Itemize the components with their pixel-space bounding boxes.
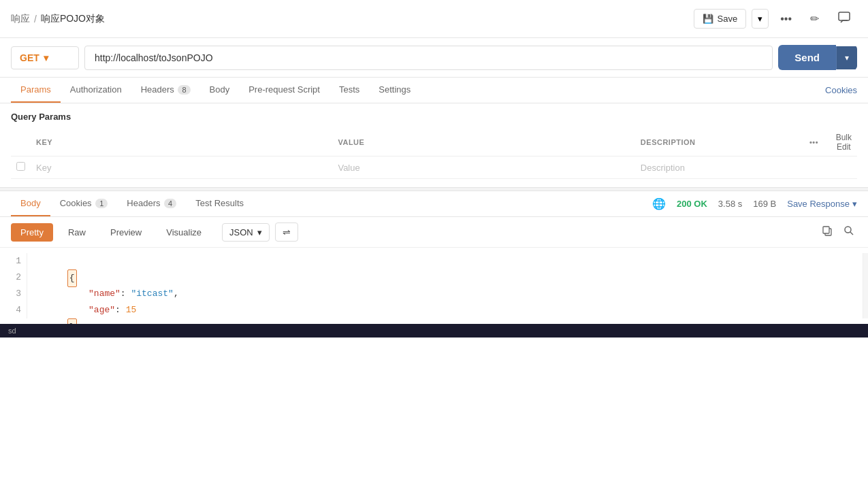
save-label: Save [718,14,738,24]
th-description: DESCRIPTION [635,129,797,157]
svg-rect-0 [839,12,850,20]
status-bar-text: sd [8,327,16,335]
response-tab-headers[interactable]: Headers 4 [117,191,186,216]
tab-tests[interactable]: Tests [329,78,369,103]
send-chevron-icon: ▾ [845,53,849,63]
code-comma-2: , [174,289,179,299]
tab-settings-label: Settings [379,84,411,95]
code-line-1: { [35,253,854,269]
cookies-link[interactable]: Cookies [825,85,857,95]
row-checkbox[interactable] [11,157,31,179]
code-tab-raw[interactable]: Raw [59,223,95,242]
tab-params[interactable]: Params [11,78,61,103]
save-button[interactable]: 💾 Save [694,9,747,29]
tab-params-label: Params [20,84,51,95]
tab-settings[interactable]: Settings [369,78,420,103]
tab-headers-label: Headers [141,84,177,95]
request-tabs: Params Authorization Headers 8 Body Pre-… [0,78,868,103]
code-tab-pretty[interactable]: Pretty [11,223,53,242]
scrollbar-right[interactable] [863,253,868,318]
table-row: Key Value Description [11,157,857,179]
response-tab-cookies-label: Cookies [60,198,95,208]
response-tab-headers-label: Headers [127,198,163,208]
more-icon: ••• [780,13,792,24]
code-colon-3: : [115,305,126,315]
format-label: JSON [229,227,253,237]
comment-icon [838,14,850,26]
code-tab-visualize[interactable]: Visualize [157,223,211,242]
response-size: 169 B [753,199,776,209]
response-tab-test-results[interactable]: Test Results [186,191,253,216]
code-content: { "name": "itcast", "age": 15 } [27,253,863,318]
th-bulk-edit: Bulk Edit [831,129,857,157]
code-key-age: "age" [89,305,115,315]
tab-pre-request-script[interactable]: Pre-request Script [239,78,329,103]
copy-icon [822,227,833,238]
params-section: Query Params KEY VALUE DESCRIPTION ••• B… [0,103,868,187]
code-value-age: 15 [126,305,137,315]
comment-button[interactable] [831,7,857,31]
code-indent-3 [67,305,89,315]
code-indent-2 [67,289,89,299]
row-value[interactable]: Value [332,157,634,179]
response-headers-badge: 4 [164,199,176,208]
breadcrumb: 响应 / 响应POJO对象 [11,13,105,25]
svg-rect-2 [823,227,829,233]
tab-tests-label: Tests [339,84,359,95]
send-main-button[interactable]: Send [778,45,836,70]
search-button[interactable] [841,223,857,242]
svg-point-3 [845,227,851,233]
query-params-title: Query Params [11,112,857,122]
save-response-button[interactable]: Save Response ▾ [787,199,857,209]
code-area: 1 2 3 4 { "name": "itcast", "age": 15 } [0,248,868,324]
response-tab-cookies[interactable]: Cookies 1 [50,191,118,216]
filter-button[interactable]: ⇌ [275,223,298,242]
search-icon [843,227,854,238]
edit-button[interactable]: ✏ [803,8,826,29]
top-bar: 响应 / 响应POJO对象 💾 Save ▾ ••• ✏ [0,0,868,38]
top-actions: 💾 Save ▾ ••• ✏ [694,7,857,31]
row-key[interactable]: Key [31,157,332,179]
params-table: KEY VALUE DESCRIPTION ••• Bulk Edit Key … [11,129,857,179]
response-time: 3.58 s [718,199,742,209]
tab-authorization[interactable]: Authorization [61,78,131,103]
send-dropdown-button[interactable]: ▾ [836,46,857,69]
copy-button[interactable] [819,223,835,242]
tab-headers[interactable]: Headers 8 [131,78,200,103]
response-tab-test-results-label: Test Results [195,198,244,208]
code-tab-preview[interactable]: Preview [101,223,151,242]
url-bar: GET ▾ Send ▾ [0,38,868,78]
line-num-3: 3 [5,286,21,302]
line-num-1: 1 [5,253,21,269]
response-tab-body[interactable]: Body [11,191,50,216]
breadcrumb-current: 响应POJO对象 [41,13,105,25]
edit-icon: ✏ [810,13,819,24]
method-select[interactable]: GET ▾ [11,46,79,69]
status-bar: sd [0,324,868,337]
format-select[interactable]: JSON ▾ [222,223,270,242]
tab-body[interactable]: Body [200,78,240,103]
headers-badge: 8 [178,85,190,95]
response-status: 200 OK [677,199,707,209]
row-actions [797,157,830,179]
tab-authorization-label: Authorization [70,84,122,95]
th-more: ••• [797,129,830,157]
row-extra [831,157,857,179]
code-colon-2: : [120,289,131,299]
globe-icon: 🌐 [652,197,666,210]
th-value: VALUE [332,129,634,157]
row-description[interactable]: Description [635,157,797,179]
code-brace-close: } [67,318,77,324]
line-numbers: 1 2 3 4 [0,253,27,318]
cookies-badge: 1 [95,199,108,208]
url-input[interactable] [84,46,773,70]
response-tab-body-label: Body [20,198,41,208]
more-options-button[interactable]: ••• [774,8,798,30]
response-tabs: Body Cookies 1 Headers 4 Test Results 🌐 … [0,191,868,217]
bulk-edit-button[interactable]: Bulk Edit [836,133,852,152]
save-response-chevron-icon: ▾ [852,199,857,209]
code-actions [819,223,857,242]
save-dropdown-button[interactable]: ▾ [752,9,769,29]
method-chevron-icon: ▾ [44,52,48,63]
code-line-4: } [35,302,854,318]
